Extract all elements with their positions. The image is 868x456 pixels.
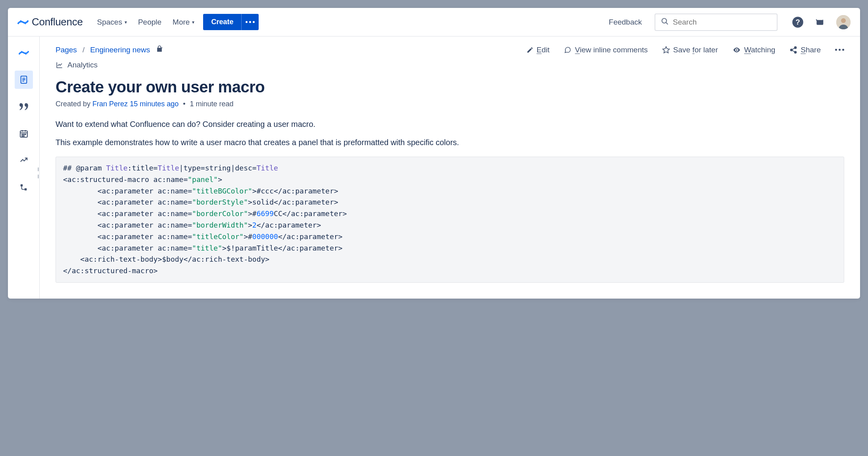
sidebar-home-icon[interactable] — [15, 44, 33, 62]
analytics-label: Analytics — [67, 61, 98, 69]
svg-point-5 — [841, 18, 846, 23]
page-title: Create your own user macro — [56, 78, 844, 96]
nav-more-label: More — [173, 18, 190, 27]
byline: Created by Fran Perez 15 minutes ago • 1… — [56, 100, 844, 108]
byline-when[interactable]: 15 minutes ago — [130, 100, 179, 108]
svg-point-24 — [791, 49, 793, 51]
nav-spaces[interactable]: Spaces ▾ — [97, 18, 127, 27]
svg-point-18 — [23, 136, 24, 136]
svg-line-1 — [666, 22, 668, 24]
nav-people-label: People — [138, 18, 161, 27]
search-input[interactable] — [673, 18, 771, 27]
chevron-down-icon: ▾ — [125, 19, 127, 25]
ellipsis-icon — [246, 21, 255, 23]
sidebar-calendar-icon[interactable] — [15, 125, 33, 143]
save-later-label: Save for later — [673, 46, 718, 54]
confluence-icon — [17, 17, 29, 28]
byline-read: 1 minute read — [190, 100, 234, 108]
view-inline-label: View inline comments — [575, 46, 647, 54]
create-button[interactable]: Create — [203, 14, 241, 30]
create-more-button[interactable] — [241, 14, 259, 30]
top-right-icons: ? — [792, 15, 851, 29]
svg-marker-21 — [663, 46, 669, 53]
main-content: Pages / Engineering news Edit View inlin… — [40, 36, 860, 299]
byline-author[interactable]: Fran Perez — [92, 100, 128, 108]
page-actions: Edit View inline comments Save for later… — [526, 46, 844, 54]
save-for-later-action[interactable]: Save for later — [662, 46, 718, 54]
svg-point-22 — [736, 49, 737, 51]
analytics-link[interactable]: Analytics — [56, 61, 844, 69]
feedback-link[interactable]: Feedback — [609, 18, 642, 27]
search-icon — [661, 17, 669, 27]
top-nav: Spaces ▾ People More ▾ — [97, 18, 195, 27]
nav-people[interactable]: People — [138, 18, 161, 27]
page-header-row: Pages / Engineering news Edit View inlin… — [56, 44, 844, 55]
left-sidebar — [8, 36, 40, 299]
watching-action[interactable]: Watching — [732, 46, 776, 54]
breadcrumb-separator: / — [83, 46, 84, 54]
search-box[interactable] — [655, 13, 778, 31]
ellipsis-icon — [835, 49, 844, 51]
app-window: Confluence Spaces ▾ People More ▾ Create… — [8, 8, 860, 299]
view-inline-comments-action[interactable]: View inline comments — [564, 46, 647, 54]
paragraph-1: Want to extend what Confluence can do? C… — [56, 119, 844, 130]
breadcrumb-pages[interactable]: Pages — [56, 46, 77, 54]
help-icon[interactable]: ? — [792, 16, 804, 28]
svg-point-16 — [25, 134, 26, 135]
notifications-icon[interactable] — [815, 17, 825, 27]
svg-rect-20 — [24, 188, 27, 191]
user-avatar[interactable] — [836, 15, 851, 29]
product-logo[interactable]: Confluence — [17, 16, 83, 28]
sidebar-resize-handle[interactable] — [36, 167, 40, 178]
create-button-group: Create — [203, 14, 259, 30]
sidebar-tree-icon[interactable] — [15, 178, 33, 197]
share-action[interactable]: Share — [789, 46, 821, 54]
breadcrumb-space[interactable]: Engineering news — [90, 46, 150, 54]
edit-action[interactable]: Edit — [526, 46, 550, 54]
nav-spaces-label: Spaces — [97, 18, 122, 27]
sidebar-pages-icon[interactable] — [15, 71, 33, 89]
svg-point-17 — [22, 136, 23, 136]
code-block: ## @param Title:title=Title|type=string|… — [56, 157, 844, 283]
content-body: Pages / Engineering news Edit View inlin… — [8, 36, 860, 299]
chevron-down-icon: ▾ — [192, 19, 194, 25]
paragraph-2: This example demonstrates how to write a… — [56, 137, 844, 148]
edit-label: Edit — [537, 46, 550, 54]
svg-point-14 — [22, 134, 23, 135]
byline-separator: • — [183, 100, 185, 108]
svg-rect-19 — [20, 184, 23, 187]
svg-line-26 — [792, 48, 795, 49]
svg-line-27 — [792, 50, 795, 52]
sidebar-blog-icon[interactable] — [15, 98, 33, 116]
product-name: Confluence — [32, 16, 83, 28]
nav-more[interactable]: More ▾ — [173, 18, 194, 27]
svg-text:?: ? — [795, 18, 800, 26]
restrictions-icon[interactable] — [156, 44, 163, 55]
svg-point-23 — [795, 46, 797, 48]
svg-point-0 — [662, 18, 667, 23]
sidebar-analytics-icon[interactable] — [15, 151, 33, 170]
watching-label: Watching — [744, 46, 776, 54]
svg-point-15 — [23, 134, 24, 135]
svg-point-25 — [795, 51, 797, 53]
more-actions[interactable] — [835, 49, 844, 51]
top-bar: Confluence Spaces ▾ People More ▾ Create… — [8, 8, 860, 36]
breadcrumb: Pages / Engineering news — [56, 44, 163, 55]
share-label: Share — [801, 46, 821, 54]
byline-createdby: Created by — [56, 100, 92, 108]
